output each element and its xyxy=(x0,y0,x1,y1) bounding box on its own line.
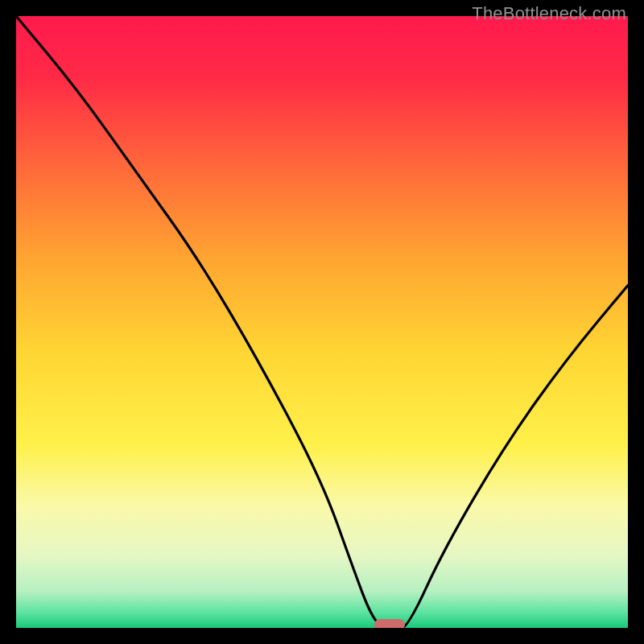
curve-layer xyxy=(16,16,628,628)
optimal-zone-marker xyxy=(374,619,405,628)
bottleneck-curve-path xyxy=(16,16,628,628)
watermark-text: TheBottleneck.com xyxy=(472,3,626,24)
chart-frame: TheBottleneck.com xyxy=(0,0,644,644)
plot-area xyxy=(16,16,628,628)
